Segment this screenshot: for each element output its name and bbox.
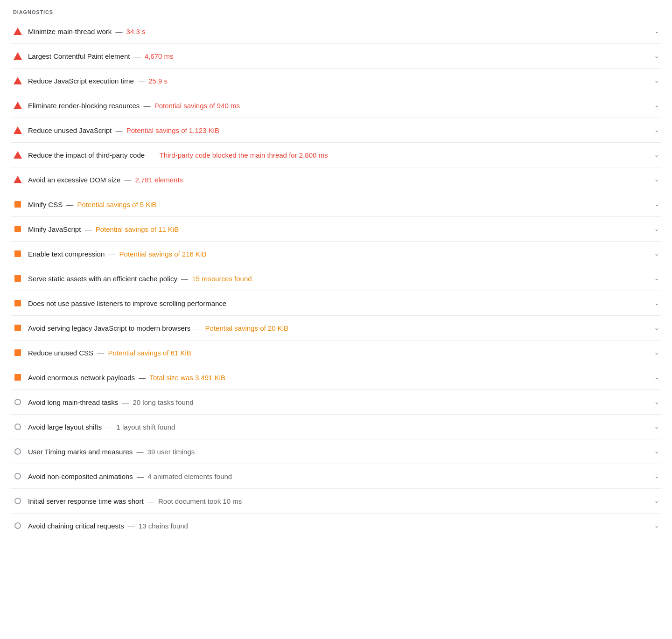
audit-detail: 39 user timings: [147, 448, 195, 456]
audit-label: Serve static assets with an efficient ca…: [28, 275, 252, 283]
expand-chevron-icon[interactable]: ⌄: [654, 498, 659, 504]
error-icon: [14, 126, 22, 134]
expand-chevron-icon[interactable]: ⌄: [654, 53, 659, 59]
expand-chevron-icon[interactable]: ⌄: [654, 424, 659, 430]
audit-item-server-response[interactable]: Initial server response time was short —…: [11, 489, 661, 514]
audit-label: Enable text compression — Potential savi…: [28, 250, 206, 258]
audit-item-eliminate-render-blocking[interactable]: Eliminate render-blocking resources — Po…: [11, 93, 661, 118]
expand-chevron-icon[interactable]: ⌄: [654, 77, 659, 84]
audit-separator: —: [192, 324, 203, 332]
audit-label: Avoid long main-thread tasks — 20 long t…: [28, 398, 194, 406]
audit-detail: Total size was 3,491 KiB: [149, 374, 225, 382]
audit-separator: —: [122, 176, 133, 184]
expand-chevron-icon[interactable]: ⌄: [654, 201, 659, 208]
audit-item-reduce-unused-js[interactable]: Reduce unused JavaScript — Potential sav…: [11, 118, 661, 143]
audit-item-user-timing[interactable]: User Timing marks and measures — 39 user…: [11, 439, 661, 464]
audit-label: Eliminate render-blocking resources — Po…: [28, 102, 240, 110]
audit-item-layout-shifts[interactable]: Avoid large layout shifts — 1 layout shi…: [11, 415, 661, 439]
expand-chevron-icon[interactable]: ⌄: [654, 127, 659, 133]
audit-label: Avoid non-composited animations — 4 anim…: [28, 472, 232, 480]
expand-chevron-icon[interactable]: ⌄: [654, 473, 659, 479]
expand-chevron-icon[interactable]: ⌄: [654, 325, 659, 331]
audit-item-excessive-dom[interactable]: Avoid an excessive DOM size — 2,781 elem…: [11, 167, 661, 192]
warning-icon: [14, 374, 21, 381]
audit-separator: —: [147, 151, 157, 159]
warning-icon: [14, 300, 21, 306]
expand-chevron-icon[interactable]: ⌄: [654, 374, 659, 381]
info-icon: [14, 473, 21, 479]
expand-chevron-icon[interactable]: ⌄: [654, 300, 659, 306]
audit-item-legacy-js[interactable]: Avoid serving legacy JavaScript to moder…: [11, 316, 661, 340]
expand-chevron-icon[interactable]: ⌄: [654, 349, 659, 356]
audit-item-minify-js[interactable]: Minify JavaScript — Potential savings of…: [11, 217, 661, 242]
audit-item-cache-policy[interactable]: Serve static assets with an efficient ca…: [11, 266, 661, 291]
audit-separator: —: [146, 497, 156, 505]
audit-separator: —: [136, 77, 147, 85]
info-icon: [14, 399, 21, 405]
audit-label: Avoid serving legacy JavaScript to moder…: [28, 324, 288, 332]
audit-detail: Root document took 10 ms: [158, 497, 242, 505]
expand-chevron-icon[interactable]: ⌄: [654, 275, 659, 282]
audit-item-largest-contentful-paint[interactable]: Largest Contentful Paint element — 4,670…: [11, 44, 661, 69]
expand-chevron-icon[interactable]: ⌄: [654, 152, 659, 158]
audit-detail: Potential savings of 5 KiB: [77, 201, 157, 208]
error-icon: [14, 176, 22, 183]
audit-item-third-party-code[interactable]: Reduce the impact of third-party code — …: [11, 143, 661, 167]
warning-icon: [14, 275, 21, 282]
audit-item-unused-css[interactable]: Reduce unused CSS — Potential savings of…: [11, 340, 661, 365]
audit-item-critical-requests[interactable]: Avoid chaining critical requests — 13 ch…: [11, 514, 661, 538]
expand-chevron-icon[interactable]: ⌄: [654, 448, 659, 455]
error-icon: [14, 151, 22, 159]
section-title: DIAGNOSTICS: [11, 9, 661, 15]
audit-separator: —: [134, 448, 145, 456]
expand-chevron-icon[interactable]: ⌄: [654, 176, 659, 183]
audit-item-passive-listeners[interactable]: Does not use passive listeners to improv…: [11, 291, 661, 316]
warning-icon: [14, 250, 21, 257]
audit-detail: Third-party code blocked the main thread…: [159, 151, 328, 159]
audit-item-text-compression[interactable]: Enable text compression — Potential savi…: [11, 242, 661, 266]
audit-separator: —: [132, 52, 142, 60]
info-icon: [14, 498, 21, 504]
warning-icon: [14, 349, 21, 356]
expand-chevron-icon[interactable]: ⌄: [654, 399, 659, 405]
audit-label: Does not use passive listeners to improv…: [28, 299, 226, 307]
audit-list: Minimize main-thread work — 34.3 s⌄Large…: [11, 19, 661, 538]
audit-separator: —: [95, 349, 106, 357]
expand-chevron-icon[interactable]: ⌄: [654, 102, 659, 109]
expand-chevron-icon[interactable]: ⌄: [654, 226, 659, 232]
audit-item-minimize-main-thread[interactable]: Minimize main-thread work — 34.3 s⌄: [11, 19, 661, 44]
info-icon: [14, 424, 21, 430]
audit-detail: 4 animated elements found: [147, 472, 232, 480]
expand-chevron-icon[interactable]: ⌄: [654, 28, 659, 35]
expand-chevron-icon[interactable]: ⌄: [654, 250, 659, 257]
audit-label: Reduce unused JavaScript — Potential sav…: [28, 126, 219, 134]
audit-item-minify-css[interactable]: Minify CSS — Potential savings of 5 KiB⌄: [11, 192, 661, 217]
audit-separator: —: [141, 102, 152, 110]
audit-separator: —: [113, 28, 124, 35]
audit-detail: Potential savings of 940 ms: [154, 102, 240, 110]
audit-item-reduce-js-execution[interactable]: Reduce JavaScript execution time — 25.9 …: [11, 69, 661, 93]
warning-icon: [14, 201, 21, 208]
audit-label: User Timing marks and measures — 39 user…: [28, 448, 195, 456]
audit-separator: —: [64, 201, 75, 208]
audit-label: Largest Contentful Paint element — 4,670…: [28, 52, 174, 60]
audit-separator: —: [106, 250, 117, 258]
audit-item-network-payloads[interactable]: Avoid enormous network payloads — Total …: [11, 365, 661, 390]
info-icon: [14, 522, 21, 529]
error-icon: [14, 102, 22, 109]
error-icon: [14, 52, 22, 60]
audit-separator: —: [120, 398, 131, 406]
audit-detail: 15 resources found: [192, 275, 252, 283]
info-icon: [14, 448, 21, 455]
audit-label: Minify CSS — Potential savings of 5 KiB: [28, 201, 157, 208]
audit-label: Avoid chaining critical requests — 13 ch…: [28, 522, 188, 530]
audit-separator: —: [179, 275, 190, 283]
audit-detail: 4,670 ms: [145, 52, 174, 60]
audit-separator: —: [126, 522, 137, 530]
audit-item-long-main-thread-tasks[interactable]: Avoid long main-thread tasks — 20 long t…: [11, 390, 661, 415]
warning-icon: [14, 226, 21, 232]
audit-item-non-composited-animations[interactable]: Avoid non-composited animations — 4 anim…: [11, 464, 661, 489]
audit-label: Initial server response time was short —…: [28, 497, 242, 505]
expand-chevron-icon[interactable]: ⌄: [654, 522, 659, 529]
audit-detail: 13 chains found: [139, 522, 188, 530]
